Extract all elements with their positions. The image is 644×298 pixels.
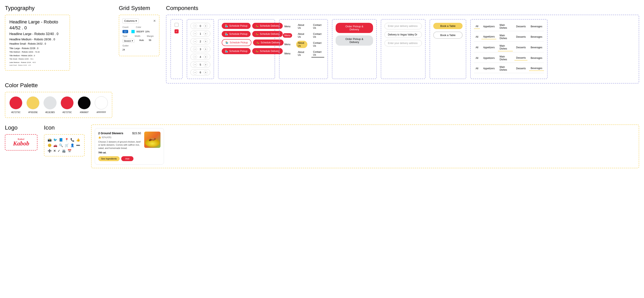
cart-icon: 🛒 [65, 143, 69, 147]
typo-item-3: Headline Medium - Roboto 28/36 . 0 [9, 38, 66, 41]
counter-minus-5[interactable]: − [193, 63, 197, 67]
tab-desserts-1[interactable]: Desserts [514, 24, 527, 29]
book-table-btn-gold[interactable]: Book a Table [433, 23, 462, 29]
counter-plus-1[interactable]: + [204, 32, 208, 36]
top-row: Typography Headline Large - Roboto 44/52… [5, 5, 639, 118]
card-calories: 700 cal. [98, 151, 141, 154]
delivery-input-2[interactable]: Delivery to Vegas Valley Dr [384, 31, 422, 38]
tab-desserts-2[interactable]: Desserts [514, 35, 527, 39]
nav-menu-1[interactable]: Menu [283, 24, 292, 29]
add-button[interactable]: Add [121, 156, 134, 161]
color-palette-section: Color Palette #E7273C #F5D25E #E1E3E5 [5, 82, 112, 118]
stretch-dropdown[interactable]: Stretch ▾ [122, 39, 134, 43]
tab-appetizers-4[interactable]: Appetizers [482, 56, 496, 60]
logo-main-text: Kabob [13, 140, 29, 146]
phone-icon: 📞 [70, 138, 74, 142]
tab-main-1[interactable]: Main Dishes [498, 23, 513, 30]
color-label: Color [136, 26, 146, 28]
counter-minus-0[interactable]: − [193, 24, 197, 28]
checkbox-checked[interactable]: ✓ [174, 29, 178, 33]
nav-contact-2[interactable]: Contact Us [312, 32, 324, 39]
typography-title: Typography [5, 5, 70, 12]
counter-minus-4[interactable]: − [193, 55, 197, 59]
nav-contact-4[interactable]: Contact Us [312, 50, 324, 57]
nav-menu-4[interactable]: Menu [283, 51, 292, 56]
nav-about-3[interactable]: About Us [296, 41, 307, 48]
bottom-row: Logo Kabul Kabob Icon 📸 🐦 📘 📍 📞 👍 [5, 124, 639, 168]
counter-plus-0[interactable]: + [204, 24, 208, 28]
minus-icon: ➖ [76, 143, 80, 147]
schedule-pickup-btn-4[interactable]: 🏪 Schedule Pickup [222, 48, 250, 54]
tab-all-5[interactable]: All [474, 66, 480, 71]
tab-appetizers-3[interactable]: Appetizers [482, 45, 496, 50]
nav-menu-2[interactable]: Menu [283, 33, 292, 38]
columns-dropdown[interactable]: Columns ▾ [122, 18, 139, 24]
counter-plus-5[interactable]: + [204, 63, 208, 67]
tab-all-1[interactable]: All [474, 24, 480, 29]
tab-all-3[interactable]: All [474, 45, 480, 50]
tab-desserts-4[interactable]: Desserts [514, 56, 527, 61]
nav-about-4[interactable]: About Us [296, 50, 307, 57]
delivery-input-1[interactable]: Enter your delivery address [384, 23, 422, 29]
tab-beverages-5[interactable]: Beverages [529, 66, 544, 71]
close-icon[interactable]: ✕ [153, 19, 156, 23]
tab-main-3[interactable]: Main Dishes [498, 44, 513, 51]
counter-minus-6[interactable]: − [193, 70, 197, 74]
tab-beverages-2[interactable]: Beverages [529, 35, 544, 39]
card-name: 2 Ground Skewers [98, 131, 123, 135]
counter-plus-3[interactable]: + [204, 47, 208, 51]
grid-type-row: Type Width Margin [122, 35, 156, 37]
schedule-pickup-btn-1[interactable]: 🏪 Schedule Pickup [222, 23, 250, 29]
tab-row-5: All Appetizers Main Dishes Desserts Beve… [474, 65, 544, 73]
gutter-label: Gutter [122, 44, 132, 47]
tab-appetizers-2[interactable]: Appetizers [482, 34, 496, 39]
tab-appetizers-5[interactable]: Appetizers [482, 66, 496, 71]
count-badge: 12 [122, 30, 128, 33]
nav-about-2[interactable]: About Us [296, 32, 307, 39]
counter-2: − 2 + [190, 38, 210, 44]
counter-plus-6[interactable]: + [204, 70, 208, 74]
checkbox-unchecked[interactable] [174, 23, 178, 27]
tab-main-5[interactable]: Main Dishes [498, 65, 513, 72]
counter-plus-4[interactable]: + [204, 55, 208, 59]
counter-minus-2[interactable]: − [193, 39, 197, 43]
book-table-btn-outline[interactable]: Book a Table [433, 32, 462, 39]
color-circle-6 [95, 96, 108, 109]
schedule-row-3: 🏪 Schedule Pickup 🛵 Schedule Delivery [222, 39, 271, 46]
smile-icon: 😊 [48, 143, 52, 147]
order-pickup-delivery-btn-gray[interactable]: Order Pickup & Delivery [336, 36, 373, 46]
tab-beverages-4[interactable]: Beverages [529, 56, 544, 60]
tab-all-2[interactable]: All [474, 35, 480, 39]
tab-desserts-3[interactable]: Desserts [514, 45, 527, 50]
delivery-icon-4: 🛵 [256, 50, 258, 53]
schedule-pickup-btn-2[interactable]: 🏪 Schedule Pickup [222, 31, 250, 37]
logo-kabob: Kabul Kabob [13, 138, 29, 146]
schedule-delivery-btn-2[interactable]: 🛵 Schedule Delivery [252, 31, 283, 37]
nav-contact-1[interactable]: Contact Us [312, 23, 324, 30]
typo-item-10: Label Small - Roboto 11/16 . +0.5 [9, 65, 66, 66]
tab-main-2[interactable]: Main Dishes [498, 33, 513, 41]
tab-main-4[interactable]: Main Dishes [498, 54, 513, 62]
schedule-delivery-btn-4[interactable]: 🛵 Schedule Delivery [252, 48, 283, 54]
nav-menu-3[interactable]: Menu [283, 42, 292, 47]
schedule-delivery-btn-1[interactable]: 🛵 Schedule Delivery [252, 23, 283, 29]
tab-all-4[interactable]: All [474, 56, 480, 60]
tab-appetizers-1[interactable]: Appetizers [482, 24, 496, 29]
tab-beverages-1[interactable]: Beverages [529, 24, 544, 29]
counter-minus-3[interactable]: − [193, 47, 197, 51]
tab-beverages-3[interactable]: Beverages [529, 45, 544, 50]
components-box: ✓ − 0 + − 1 + − 2 [166, 15, 639, 83]
nav-about-1[interactable]: About Us [296, 23, 307, 30]
counter-minus-1[interactable]: − [193, 32, 197, 36]
typo-item-7: Title Medium - Roboto 16/24 . 0 [9, 55, 66, 57]
order-pickup-delivery-btn-red[interactable]: Order Pickup & Delivery [336, 23, 373, 33]
delivery-input-3[interactable]: Enter your delivery address [384, 40, 422, 46]
schedule-pickup-btn-3[interactable]: 🏪 Schedule Pickup [222, 39, 252, 46]
see-ingredients-button[interactable]: See Ingredients [98, 156, 120, 161]
tab-desserts-5[interactable]: Desserts [514, 66, 527, 71]
twitter-icon: 🐦 [53, 138, 57, 142]
nav-contact-3[interactable]: Contact Us [312, 41, 324, 48]
tab-row-3: All Appetizers Main Dishes Desserts Beve… [474, 44, 544, 52]
counter-plus-2[interactable]: + [204, 39, 208, 43]
typography-box: Headline Large - Roboto 44/52 . 0 Headli… [5, 15, 70, 71]
